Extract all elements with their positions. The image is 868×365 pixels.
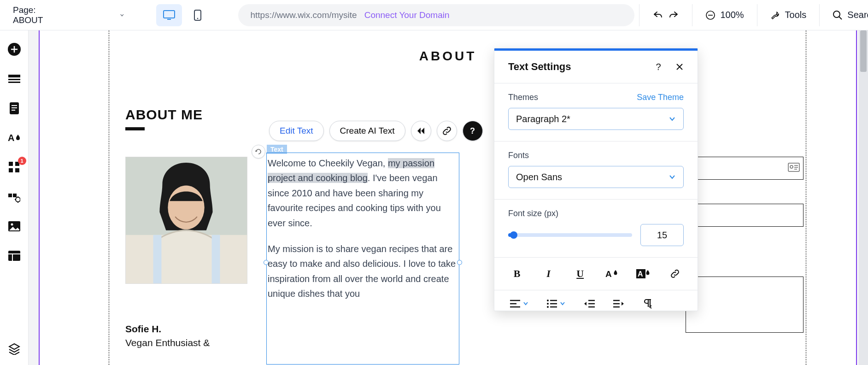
redo-icon[interactable] [668,10,679,20]
bold-button[interactable]: B [510,268,524,280]
sections-button[interactable] [6,71,22,87]
apps-badge: 1 [18,157,26,165]
highlight-icon: A [636,268,650,279]
artboard[interactable]: ABOUT ABOUT ME CON Sofie H. Vegan Enthus… [39,30,857,365]
save-theme-link[interactable]: Save Theme [637,93,684,102]
theme-select[interactable]: Paragraph 2* [508,108,684,130]
page-title: ABOUT [419,49,477,64]
desktop-icon [163,10,175,20]
underline-button[interactable]: U [573,268,587,280]
chevron-down-icon [669,115,676,123]
bullet-list-icon [547,300,557,308]
separator [819,4,820,26]
highlight-button[interactable]: A [636,268,650,280]
grid-icon [9,162,20,173]
svg-rect-26 [8,251,20,261]
resize-handle-right[interactable] [457,260,462,265]
page-selector[interactable]: Page: ABOUT [8,2,129,28]
tools-menu[interactable]: Tools [770,10,807,20]
panel-title: Text Settings [508,61,644,73]
indent-button[interactable] [613,300,624,308]
page-prefix: Page: [13,5,36,15]
text-direction-button[interactable] [643,299,653,309]
svg-rect-10 [8,79,20,80]
wrench-icon [770,10,780,20]
paragraph-1: Welcome to Cheekily Vegan, my passion pr… [268,156,457,230]
chevron-down-icon [523,301,528,306]
author-role[interactable]: Vegan Enthusiast & [125,337,210,348]
svg-point-49 [547,306,549,308]
contact-card-icon[interactable] [787,160,801,174]
format-row: B I U A A [494,258,698,290]
separator [639,4,639,26]
element-mini-toolbar: Edit Text Create AI Text ? [269,121,483,141]
section-icon [8,75,20,83]
reset-handle[interactable] [252,145,265,159]
font-size-label: Font size (px) [508,209,684,218]
svg-text:A: A [638,270,643,278]
create-ai-text-button[interactable]: Create AI Text [329,121,405,141]
add-button[interactable] [6,41,22,57]
font-select[interactable]: Open Sans [508,166,684,188]
link-button[interactable] [437,121,457,141]
link-icon [670,269,680,279]
desktop-view-button[interactable] [156,4,182,26]
search-button[interactable]: Search [833,10,868,20]
layers-button[interactable] [6,341,22,357]
vertical-scrollbar[interactable] [859,30,868,365]
svg-rect-17 [9,162,13,166]
form-field-3[interactable] [686,277,803,333]
design-button[interactable]: A [6,130,22,146]
rtl-icon [643,299,653,309]
list-button[interactable] [547,300,565,308]
panel-close-button[interactable] [673,60,686,74]
cms-button[interactable] [6,248,22,264]
form-field-1[interactable] [686,157,803,180]
link-icon [442,126,452,135]
insert-link-button[interactable] [668,268,682,280]
italic-button[interactable]: I [542,268,556,280]
themes-label-row: Themes Save Theme [508,93,684,102]
text-align-button[interactable] [510,300,528,308]
plus-circle-icon [7,42,21,56]
text-block-content[interactable]: Welcome to Cheekily Vegan, my passion pr… [268,156,457,301]
mobile-view-button[interactable] [185,4,211,26]
font-size-slider[interactable] [508,233,632,237]
url-bar[interactable]: https://www.wix.com/mysite Connect Your … [238,4,634,26]
help-icon: ? [470,126,475,136]
animation-button[interactable] [411,121,431,141]
image-icon [8,221,20,231]
svg-point-45 [547,300,549,301]
undo-icon[interactable] [652,10,663,20]
apps-button[interactable]: 1 [6,159,22,175]
table-icon [8,251,20,261]
svg-point-23 [16,197,20,202]
help-button[interactable]: ? [463,121,483,141]
font-size-input[interactable] [640,224,684,246]
about-underline [125,127,145,130]
page-icon [10,102,19,114]
edit-text-button[interactable]: Edit Text [269,121,324,141]
connect-domain-link[interactable]: Connect Your Domain [364,10,450,20]
about-image[interactable] [125,157,247,284]
font-size-slider-row [508,224,684,246]
scrollbar-thumb[interactable] [860,30,867,72]
business-button[interactable] [6,189,22,205]
slider-thumb[interactable] [510,231,517,239]
panel-help-button[interactable]: ? [651,60,665,74]
svg-point-25 [11,224,13,226]
form-field-2[interactable] [686,204,803,227]
pages-button[interactable] [6,100,22,116]
outdent-button[interactable] [584,300,595,308]
text-color-button[interactable]: A [605,268,619,280]
svg-rect-14 [12,107,17,108]
about-heading[interactable]: ABOUT ME [125,107,203,123]
media-button[interactable] [6,218,22,234]
text-settings-panel: Text Settings ? Themes Save Theme Paragr… [494,48,698,311]
svg-rect-21 [8,194,12,197]
zoom-control[interactable]: 100% [705,10,744,20]
author-name[interactable]: Sofie H. [125,324,161,335]
theme-value: Paragraph 2* [516,114,570,124]
guide-left [109,30,109,365]
site-url: https://www.wix.com/mysite [250,10,357,20]
